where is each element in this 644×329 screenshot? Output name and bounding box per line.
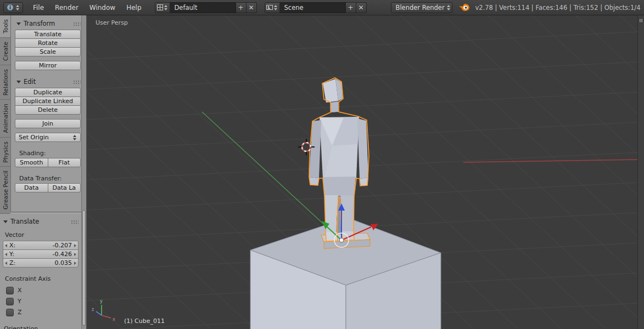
toolshelf-tabs: Tools Create Relations Animation Physics… <box>0 15 11 212</box>
data-transfer-label: Data Transfer: <box>15 175 81 182</box>
editor-type-selector[interactable] <box>3 2 23 13</box>
menu-bar: File Render Window Help <box>27 4 147 12</box>
panel-title: Edit <box>24 78 36 86</box>
active-object-label: (1) Cube_011 <box>124 317 165 325</box>
set-origin-label: Set Origin <box>19 134 49 141</box>
tab-label: Create <box>2 38 9 65</box>
screen-layout-name[interactable]: Default <box>170 2 236 13</box>
transform-panel-header[interactable]: Transform <box>15 19 81 29</box>
constraint-axis-x[interactable]: X <box>3 285 79 296</box>
right-region-edge[interactable] <box>637 15 644 329</box>
updown-arrows-icon <box>447 4 447 11</box>
join-button[interactable]: Join <box>15 119 81 128</box>
tab-label: Tools <box>2 15 9 37</box>
decrement-arrow-icon[interactable] <box>5 262 7 265</box>
shade-smooth-button[interactable]: Smooth <box>15 158 48 167</box>
scene-name[interactable]: Scene <box>280 2 346 13</box>
info-editor-icon <box>7 4 14 11</box>
duplicate-button[interactable]: Duplicate <box>15 88 81 97</box>
scene-statistics: v2.78 | Verts:114 | Faces:146 | Tris:152… <box>475 4 641 12</box>
delete-button[interactable]: Delete <box>15 105 81 115</box>
updown-arrows-icon <box>73 134 77 141</box>
toolshelf-tab-relations[interactable]: Relations <box>0 65 10 100</box>
region-expand-icon[interactable] <box>639 18 643 23</box>
translate-operator-header[interactable]: Translate <box>3 217 79 226</box>
toolshelf-tab-create[interactable]: Create <box>0 38 10 65</box>
close-scene-button[interactable]: ✕ <box>356 2 367 13</box>
render-engine-value: Blender Render <box>396 4 445 12</box>
svg-text:y: y <box>100 299 103 304</box>
mirror-button[interactable]: Mirror <box>15 61 81 70</box>
add-layout-button[interactable]: + <box>236 2 247 13</box>
updown-arrows-icon <box>274 4 278 11</box>
screen-layout-icon <box>157 4 163 10</box>
collapse-triangle-icon[interactable] <box>16 81 21 83</box>
panel-grip-icon[interactable] <box>73 22 81 26</box>
menu-help[interactable]: Help <box>121 4 147 12</box>
checkbox-label: Z <box>18 309 22 316</box>
field-value: -0.426 <box>53 251 72 258</box>
toolshelf-scrollbar[interactable] <box>81 15 86 329</box>
increment-arrow-icon[interactable] <box>74 262 76 265</box>
render-engine-selector[interactable]: Blender Render <box>391 2 452 13</box>
field-label: X: <box>9 242 15 249</box>
data-button[interactable]: Data <box>15 183 48 192</box>
checkbox-icon[interactable] <box>6 309 14 316</box>
scrollbar-thumb[interactable] <box>82 210 86 326</box>
duplicate-linked-button[interactable]: Duplicate Linked <box>15 97 81 106</box>
toolshelf-tab-physics[interactable]: Physics <box>0 138 10 167</box>
screen-layout-browse-button[interactable] <box>155 2 170 13</box>
increment-arrow-icon[interactable] <box>74 244 76 247</box>
rotate-button[interactable]: Rotate <box>15 38 81 48</box>
info-header: File Render Window Help Default + ✕ <box>0 0 644 15</box>
close-layout-button[interactable]: ✕ <box>247 2 257 13</box>
checkbox-icon[interactable] <box>6 298 14 305</box>
toolshelf-tab-tools[interactable]: Tools <box>0 15 10 38</box>
translate-button[interactable]: Translate <box>15 30 81 39</box>
constraint-axis-z[interactable]: Z <box>3 307 79 317</box>
increment-arrow-icon[interactable] <box>74 253 76 256</box>
screen-layout-selector: Default + ✕ <box>155 2 257 13</box>
panel-grip-icon[interactable] <box>71 220 79 224</box>
vector-x-field[interactable]: X: -0.207 <box>3 241 79 250</box>
viewport-scene: y x z <box>87 15 637 329</box>
collapse-triangle-icon[interactable] <box>16 22 21 25</box>
field-label: Y: <box>9 251 14 258</box>
toolshelf-tab-animation[interactable]: Animation <box>0 100 10 138</box>
toolshelf-panels: Transform Translate Rotate Scale Mirror … <box>11 15 86 212</box>
menu-file[interactable]: File <box>27 4 49 12</box>
orientation-label: Orientation <box>3 325 79 329</box>
menu-window[interactable]: Window <box>84 4 121 12</box>
updown-arrows-icon <box>164 4 168 11</box>
decrement-arrow-icon[interactable] <box>5 244 7 247</box>
scene-browse-button[interactable] <box>265 2 280 13</box>
toolshelf-tab-grease-pencil[interactable]: Grease Pencil <box>0 167 10 214</box>
tab-label: Relations <box>2 65 9 99</box>
data-layout-button[interactable]: Data La <box>48 183 81 192</box>
panel-grip-icon[interactable] <box>73 80 81 84</box>
panel-title: Translate <box>10 218 39 225</box>
vector-z-field[interactable]: Z: 0.035 <box>3 258 79 268</box>
shading-label: Shading: <box>15 150 81 157</box>
edit-panel-header[interactable]: Edit <box>15 77 81 87</box>
3d-viewport[interactable]: y x z User Persp (1) Cube_011 <box>87 15 637 329</box>
object-origin-dot <box>339 238 344 242</box>
blender-logo-icon <box>459 3 470 12</box>
tool-shelf: Tools Create Relations Animation Physics… <box>0 15 87 329</box>
scale-button[interactable]: Scale <box>15 47 81 56</box>
svg-text:z: z <box>92 307 94 312</box>
menu-render[interactable]: Render <box>49 4 84 12</box>
shade-flat-button[interactable]: Flat <box>48 158 81 167</box>
checkbox-icon[interactable] <box>6 287 14 294</box>
operator-redo-panel: Translate Vector X: -0.207 Y: -0.426 <box>0 213 86 329</box>
tab-label: Animation <box>2 100 9 137</box>
tab-label: Grease Pencil <box>2 167 9 213</box>
vector-y-field[interactable]: Y: -0.426 <box>3 249 79 259</box>
scene-selector: Scene + ✕ <box>265 2 367 13</box>
collapse-triangle-icon[interactable] <box>3 220 8 223</box>
set-origin-dropdown[interactable]: Set Origin <box>15 133 81 142</box>
vector-label: Vector <box>3 231 79 239</box>
decrement-arrow-icon[interactable] <box>5 253 7 256</box>
add-scene-button[interactable]: + <box>346 2 356 13</box>
constraint-axis-y[interactable]: Y <box>3 296 79 307</box>
